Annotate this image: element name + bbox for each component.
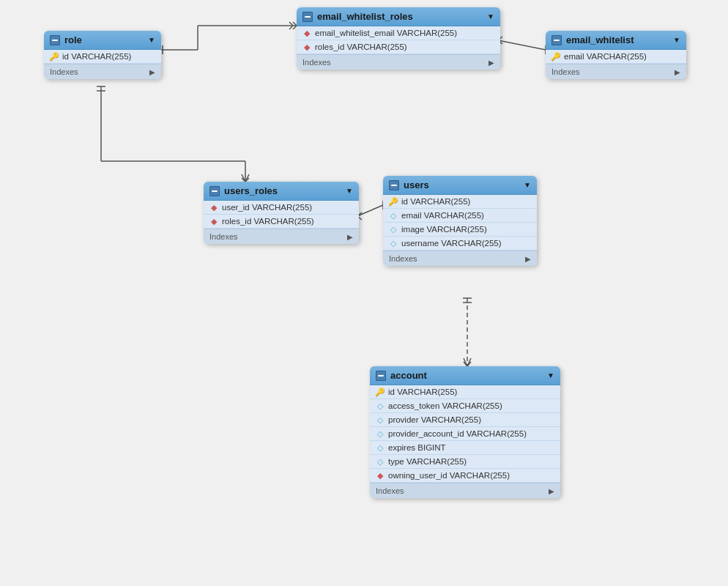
diamond-red-icon: ◆ — [376, 471, 385, 480]
indexes-label: Indexes — [50, 67, 78, 76]
dropdown-ur[interactable]: ▼ — [346, 187, 353, 195]
table-icon-role — [50, 35, 60, 45]
indexes-row-users[interactable]: Indexes ▶ — [383, 251, 537, 266]
field-text: id VARCHAR(255) — [388, 387, 457, 396]
table-row: ◇ image VARCHAR(255) — [383, 223, 537, 237]
table-icon-users — [389, 180, 399, 190]
table-row: 🔑 id VARCHAR(255) — [370, 385, 560, 399]
table-row: ◆ owning_user_id VARCHAR(255) — [370, 469, 560, 483]
key-icon: 🔑 — [376, 387, 385, 396]
field-text: email VARCHAR(255) — [564, 52, 647, 61]
indexes-row-account[interactable]: Indexes ▶ — [370, 483, 560, 498]
table-account[interactable]: account ▼ 🔑 id VARCHAR(255) ◇ access_tok… — [370, 366, 560, 498]
field-text: type VARCHAR(255) — [388, 457, 467, 466]
table-row: ◆ email_whitelist_email VARCHAR(255) — [297, 26, 500, 40]
table-users-roles[interactable]: users_roles ▼ ◆ user_id VARCHAR(255) ◆ r… — [204, 182, 359, 244]
diamond-red-icon: ◆ — [209, 217, 218, 226]
field-text: roles_id VARCHAR(255) — [315, 42, 407, 51]
dropdown-users[interactable]: ▼ — [524, 181, 531, 189]
table-row: ◇ provider VARCHAR(255) — [370, 413, 560, 427]
table-row: ◇ type VARCHAR(255) — [370, 455, 560, 469]
diamond-icon: ◇ — [376, 457, 385, 466]
table-header-ew[interactable]: email_whitelist ▼ — [546, 31, 686, 50]
table-row: ◆ roles_id VARCHAR(255) — [297, 40, 500, 54]
diamond-icon: ◇ — [389, 211, 398, 220]
table-row: 🔑 id VARCHAR(255) — [383, 195, 537, 209]
table-email-whitelist[interactable]: email_whitelist ▼ 🔑 email VARCHAR(255) I… — [546, 31, 686, 79]
table-row: ◇ email VARCHAR(255) — [383, 209, 537, 223]
indexes-row-ewr[interactable]: Indexes ▶ — [297, 54, 500, 70]
table-header-ewr[interactable]: email_whitelist_roles ▼ — [297, 7, 500, 26]
table-name-account: account — [390, 370, 543, 381]
table-row: ◇ expires BIGINT — [370, 441, 560, 455]
table-icon-account — [376, 371, 386, 381]
table-row: ◇ provider_account_id VARCHAR(255) — [370, 427, 560, 441]
svg-line-23 — [357, 205, 383, 216]
indexes-row-ur[interactable]: Indexes ▶ — [204, 229, 359, 244]
connectors-svg — [0, 0, 728, 586]
svg-line-9 — [498, 40, 546, 50]
table-name-ewr: email_whitelist_roles — [317, 11, 483, 22]
table-name-users: users — [404, 179, 519, 190]
table-email-whitelist-roles[interactable]: email_whitelist_roles ▼ ◆ email_whitelis… — [297, 7, 500, 70]
table-body-role: 🔑 id VARCHAR(255) Indexes ▶ — [44, 50, 161, 79]
table-body-users: 🔑 id VARCHAR(255) ◇ email VARCHAR(255) ◇… — [383, 195, 537, 266]
indexes-arrow: ▶ — [347, 233, 353, 241]
diamond-icon: ◇ — [376, 401, 385, 410]
diamond-icon: ◇ — [376, 443, 385, 452]
table-icon-ew — [551, 35, 562, 45]
table-row: 🔑 email VARCHAR(255) — [546, 50, 686, 64]
table-row: 🔑 id VARCHAR(255) — [44, 50, 161, 64]
indexes-label: Indexes — [209, 232, 238, 241]
svg-line-8 — [289, 26, 293, 29]
indexes-arrow: ▶ — [149, 68, 155, 76]
indexes-label: Indexes — [551, 67, 580, 76]
table-body-ewr: ◆ email_whitelist_email VARCHAR(255) ◆ r… — [297, 26, 500, 70]
field-text: roles_id VARCHAR(255) — [222, 217, 314, 226]
field-text: user_id VARCHAR(255) — [222, 203, 312, 212]
table-users[interactable]: users ▼ 🔑 id VARCHAR(255) ◇ email VARCHA… — [383, 176, 537, 266]
diamond-red-icon: ◆ — [302, 29, 311, 37]
dropdown-role[interactable]: ▼ — [148, 36, 155, 44]
indexes-arrow: ▶ — [549, 487, 554, 495]
indexes-label: Indexes — [302, 58, 331, 67]
table-icon-ewr — [302, 12, 313, 22]
field-text: owning_user_id VARCHAR(255) — [388, 471, 510, 480]
key-icon: 🔑 — [50, 52, 59, 61]
table-row: ◇ username VARCHAR(255) — [383, 237, 537, 251]
indexes-arrow: ▶ — [525, 255, 531, 263]
field-text: username VARCHAR(255) — [401, 239, 502, 248]
field-text: access_token VARCHAR(255) — [388, 401, 502, 410]
diamond-icon: ◇ — [389, 239, 398, 248]
diagram-canvas: role ▼ 🔑 id VARCHAR(255) Indexes ▶ email… — [0, 0, 728, 586]
table-body-account: 🔑 id VARCHAR(255) ◇ access_token VARCHAR… — [370, 385, 560, 498]
diamond-icon: ◇ — [376, 429, 385, 438]
indexes-label: Indexes — [376, 486, 404, 495]
indexes-row-ew[interactable]: Indexes ▶ — [546, 64, 686, 79]
table-name-ew: email_whitelist — [566, 34, 669, 45]
field-text: expires BIGINT — [388, 443, 446, 452]
dropdown-ewr[interactable]: ▼ — [487, 12, 494, 21]
field-text: email_whitelist_email VARCHAR(255) — [315, 29, 457, 37]
table-header-account[interactable]: account ▼ — [370, 366, 560, 385]
field-text: provider VARCHAR(255) — [388, 415, 481, 424]
table-header-ur[interactable]: users_roles ▼ — [204, 182, 359, 201]
diamond-red-icon: ◆ — [209, 203, 218, 212]
indexes-arrow: ▶ — [675, 68, 680, 76]
diamond-icon: ◇ — [376, 415, 385, 424]
dropdown-ew[interactable]: ▼ — [673, 36, 680, 44]
table-role[interactable]: role ▼ 🔑 id VARCHAR(255) Indexes ▶ — [44, 31, 161, 79]
diamond-icon: ◇ — [389, 225, 398, 234]
table-icon-ur — [209, 186, 220, 196]
table-row: ◆ user_id VARCHAR(255) — [204, 201, 359, 215]
key-icon: 🔑 — [389, 197, 398, 206]
svg-line-34 — [467, 358, 471, 366]
dropdown-account[interactable]: ▼ — [547, 371, 554, 379]
table-header-role[interactable]: role ▼ — [44, 31, 161, 50]
table-header-users[interactable]: users ▼ — [383, 176, 537, 195]
field-text: provider_account_id VARCHAR(255) — [388, 429, 527, 438]
field-text: id VARCHAR(255) — [62, 52, 131, 61]
indexes-row-role[interactable]: Indexes ▶ — [44, 64, 161, 79]
field-text: image VARCHAR(255) — [401, 225, 487, 234]
table-name-role: role — [64, 34, 144, 45]
